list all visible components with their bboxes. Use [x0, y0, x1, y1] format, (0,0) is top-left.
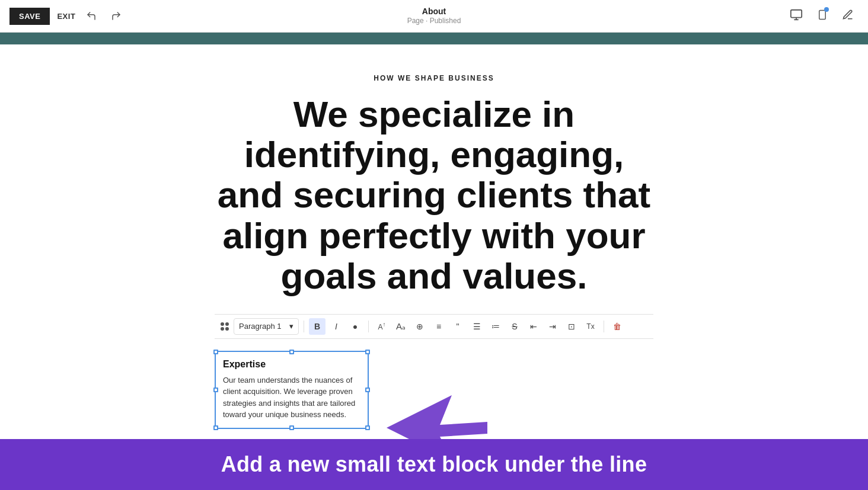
ordered-list-icon: ≔: [492, 322, 500, 331]
text-format-toolbar: Paragraph 1 ▾ B I ● A↑ Aₐ ⊕: [215, 314, 653, 339]
clear-format-button[interactable]: Tx: [582, 318, 599, 335]
main-heading[interactable]: We specialize in identifying, engaging, …: [215, 94, 653, 296]
handle-top-middle[interactable]: [289, 350, 294, 354]
align-icon: ≡: [436, 322, 441, 331]
cta-banner: Add a new small text block under the lin…: [0, 439, 868, 490]
toolbar-separator-3: [604, 321, 604, 332]
exit-button[interactable]: EXIT: [57, 12, 75, 21]
handle-bottom-left[interactable]: [213, 425, 218, 430]
align-button[interactable]: ≡: [430, 318, 447, 335]
top-toolbar: SAVE EXIT About Page · Published: [0, 0, 868, 33]
insert-icon: ⊡: [568, 322, 575, 331]
link-icon: ⊕: [416, 322, 423, 331]
handle-top-left[interactable]: [213, 350, 218, 354]
page-subtitle: Page · Published: [407, 17, 461, 25]
indent-left-button[interactable]: ⇤: [525, 318, 542, 335]
block-title[interactable]: Expertise: [223, 359, 360, 370]
toolbar-separator-1: [304, 321, 304, 332]
insert-button[interactable]: ⊡: [563, 318, 580, 335]
paragraph-style-label: Paragraph 1: [239, 322, 282, 331]
page-info: About Page · Published: [407, 7, 461, 25]
page-title: About: [407, 7, 461, 17]
editor-area: HOW WE SHAPE BUSINESS We specialize in i…: [0, 44, 868, 490]
dropdown-chevron-icon: ▾: [289, 322, 293, 331]
toolbar-right: [785, 6, 859, 27]
indent-left-icon: ⇤: [530, 322, 537, 331]
pen-tool-button[interactable]: [837, 7, 859, 26]
drag-handle-icon: [221, 322, 229, 331]
bold-icon: B: [314, 322, 320, 331]
section-label: HOW WE SHAPE BUSINESS: [215, 74, 653, 82]
link-button[interactable]: ⊕: [411, 318, 428, 335]
strikethrough-button[interactable]: S: [506, 318, 523, 335]
superscript-icon: A↑: [378, 321, 385, 331]
content-block-area: Expertise Our team understands the nuanc…: [215, 351, 653, 429]
svg-rect-0: [791, 9, 802, 17]
cta-text: Add a new small text block under the lin…: [24, 452, 844, 477]
indent-right-button[interactable]: ⇥: [544, 318, 561, 335]
quote-button[interactable]: ": [449, 318, 466, 335]
font-size-icon: Aₐ: [396, 321, 406, 332]
page-content: HOW WE SHAPE BUSINESS We specialize in i…: [167, 44, 701, 453]
undo-button[interactable]: [82, 8, 100, 24]
unordered-list-icon: ☰: [473, 322, 481, 331]
save-button[interactable]: SAVE: [9, 8, 50, 25]
green-band: [0, 33, 868, 44]
handle-bottom-middle[interactable]: [289, 425, 294, 430]
handle-middle-left[interactable]: [213, 387, 218, 392]
notification-dot: [824, 7, 829, 12]
bullet-icon: ●: [353, 322, 358, 331]
bullet-button[interactable]: ●: [347, 318, 363, 335]
delete-block-button[interactable]: 🗑: [609, 318, 626, 335]
redo-button[interactable]: [107, 8, 125, 24]
toolbar-separator-2: [368, 321, 369, 332]
strikethrough-icon: S: [512, 322, 517, 331]
indent-right-icon: ⇥: [549, 322, 556, 331]
unordered-list-button[interactable]: ☰: [468, 318, 485, 335]
font-size-button[interactable]: Aₐ: [392, 318, 409, 335]
handle-top-right[interactable]: [365, 350, 370, 354]
italic-icon: I: [335, 322, 337, 331]
quote-icon: ": [457, 322, 459, 331]
mobile-view-button[interactable]: [812, 6, 832, 27]
handle-middle-right[interactable]: [365, 387, 370, 392]
paragraph-style-dropdown[interactable]: Paragraph 1 ▾: [234, 318, 299, 335]
clear-format-icon: Tx: [586, 322, 594, 331]
bold-button[interactable]: B: [309, 318, 326, 335]
superscript-button[interactable]: A↑: [374, 318, 390, 335]
block-body[interactable]: Our team understands the nuances of clie…: [223, 374, 360, 421]
desktop-view-button[interactable]: [785, 6, 808, 27]
ordered-list-button[interactable]: ≔: [487, 318, 504, 335]
italic-button[interactable]: I: [328, 318, 344, 335]
delete-icon: 🗑: [613, 322, 621, 331]
toolbar-left: SAVE EXIT: [9, 8, 125, 25]
selected-text-block[interactable]: Expertise Our team understands the nuanc…: [215, 351, 369, 429]
